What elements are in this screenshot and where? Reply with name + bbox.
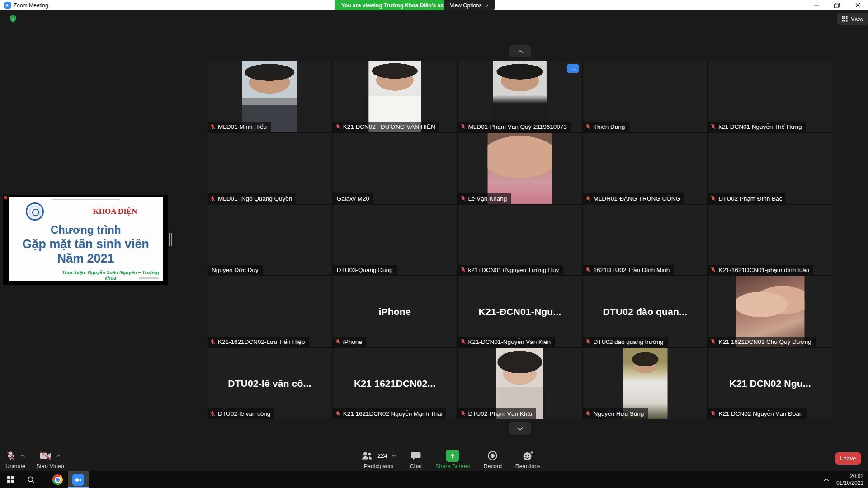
participant-name: k21 DCN01 Nguyễn Thế Hưng [718,123,802,130]
start-video-label: Start Video [36,463,64,469]
participant-tile[interactable]: Lê Vạn Khang [458,133,582,204]
zoom-app-icon [4,2,11,9]
chat-button[interactable]: Chat [410,450,422,469]
participant-tile[interactable]: K21 ĐCN02_ DƯƠNG VĂN HIỀN [333,61,457,132]
participants-caret-icon[interactable] [392,454,396,457]
gallery-previous-page-button[interactable] [509,45,531,57]
participant-tile[interactable]: Nguyễn Hữu Sùng [583,348,707,419]
participant-tile[interactable]: DTU02-lê văn cô... DTU02-lê văn công [208,348,332,419]
participant-name-tag: k21+DCN01+Nguyễn Tường Huy [458,265,563,275]
start-button[interactable] [0,471,21,488]
participant-name: Nguyễn Đức Duy [212,267,259,273]
participant-tile[interactable]: DTU02 đào quan... DTU02 đào quang trường [583,276,707,347]
view-layout-button[interactable]: View [837,13,868,25]
meeting-security-shield-icon[interactable] [9,14,17,25]
participant-tile[interactable]: DTU02 Phạm Đình Bắc [708,133,832,204]
participant-name: K21-1621DCN01-phạm đình tuân [718,267,809,273]
restore-button[interactable] [826,0,847,10]
participant-tile[interactable]: MLD01- Ngô Quang Quyền [208,133,332,204]
participant-gallery: MLĐ01 Minh Hiếu K21 ĐCN02_ DƯƠNG VĂN HIỀ… [208,61,832,419]
app-identity: Zoom Meeting [4,0,48,10]
participant-name-tag: Thiên Đăng [583,122,629,132]
muted-mic-icon [335,124,341,130]
participant-name-tag: K21-1621DCN02-Lưu Tiến Hiệp [208,337,309,347]
participant-tile[interactable]: K21 DCN02 Ngu... K21 DCN02 Nguyễn Văn Đo… [708,348,832,419]
participant-name: K21 1621DCN01 Chu Quý Dương [718,338,811,345]
participant-name: DTU03-Quang Dũng [337,267,393,273]
participant-name: K21-ĐCN01-Nguyễn Văn Kiên [468,338,551,345]
muted-mic-icon [460,267,466,273]
participant-tile[interactable]: DTU02-Phạm Văn Khải [458,348,582,419]
reactions-icon [522,450,534,461]
slide-faculty-name: KHOA ĐIỆN [9,207,163,216]
participant-tile[interactable]: MLĐ01 Minh Hiếu [208,61,332,132]
participant-name: Thiên Đăng [593,123,625,130]
unmute-button[interactable]: Unmute [5,450,25,469]
participant-name-tag: DTU02 Phạm Đình Bắc [708,193,786,204]
close-icon [855,3,860,8]
muted-mic-icon [585,196,591,202]
slide-title-line3: Năm 2021 [9,252,163,266]
participant-tile[interactable]: DTU03-Quang Dũng [333,205,457,276]
muted-mic-icon [460,196,466,202]
participant-tile[interactable]: K21-1621DCN01-phạm đình tuân [708,205,832,276]
participant-tile[interactable]: Nguyễn Đức Duy [208,205,332,276]
participant-tile[interactable]: k21 DCN01 Nguyễn Thế Hưng [708,61,832,132]
participant-tile[interactable]: iPhone iPhone [333,276,457,347]
participant-tile[interactable]: K21-ĐCN01-Ngu... K21-ĐCN01-Nguyễn Văn Ki… [458,276,582,347]
share-screen-icon [446,450,459,462]
mic-options-caret-icon[interactable] [20,454,25,457]
participants-icon [361,450,373,461]
participant-tile[interactable]: Thiên Đăng [583,61,707,132]
participant-tile[interactable]: K21 1621DCN01 Chu Quý Dương [708,276,832,347]
participant-tile[interactable]: MLDH01-ĐẶNG TRUNG CÔNG [583,133,707,204]
tile-more-button[interactable]: ⋯ [567,64,579,73]
close-button[interactable] [847,0,868,10]
record-button[interactable]: Record [484,450,502,469]
tray-expand-icon[interactable] [823,478,829,482]
participant-tile[interactable]: Galaxy M20 [333,133,457,204]
taskbar-search-button[interactable] [21,471,42,488]
gallery-next-page-button[interactable] [509,422,531,435]
chevron-up-icon [517,50,524,53]
view-options-button[interactable]: View Options [444,0,495,10]
minimize-button[interactable] [806,0,826,10]
shared-screen-preview[interactable]: KHOA ĐIỆN Chương trình Gặp mặt tân sinh … [3,195,168,285]
participant-tile[interactable]: k21+DCN01+Nguyễn Tường Huy [458,205,582,276]
participant-name: Nguyễn Hữu Sùng [593,410,644,417]
taskbar-zoom-button[interactable] [68,471,89,488]
participant-name: DTU02 Phạm Đình Bắc [718,195,782,202]
leave-button[interactable]: Leave [835,452,861,465]
participant-name-tag: Nguyễn Hữu Sùng [583,408,648,419]
video-options-caret-icon[interactable] [56,454,61,457]
participant-name-tag: DTU02-Phạm Văn Khải [458,408,536,419]
participant-tile[interactable]: 1621DTU02 Trần Đình Minh [583,205,707,276]
slide-page-indicator [139,277,159,279]
slide-title-line2: Gặp mặt tân sinh viên [9,237,163,251]
chevron-down-icon [517,427,524,431]
participant-name-tag: 1621DTU02 Trần Đình Minh [583,265,674,275]
participant-tile[interactable]: K21 1621DCN02... K21 1621DCN02 Nguyễn Mạ… [333,348,457,419]
participant-name: K21 DCN02 Nguyễn Văn Đoàn [718,410,802,417]
share-screen-button[interactable]: Share Screen [435,450,470,469]
grid-view-icon [842,16,848,22]
participant-name: K21-1621DCN02-Lưu Tiến Hiệp [218,338,305,345]
preview-resize-handle[interactable] [169,233,172,246]
minimize-icon [814,5,819,6]
participant-name-tag: Lê Vạn Khang [458,193,511,204]
taskbar-clock[interactable]: 20:02 01/10/2021 [836,473,863,487]
participants-button[interactable]: 224 Participants [361,450,396,469]
zoom-app-icon [72,474,84,486]
start-video-button[interactable]: Start Video [36,450,64,469]
participant-name: k21+DCN01+Nguyễn Tường Huy [468,267,559,273]
participant-name-tag: MLD01- Ngô Quang Quyền [208,193,296,204]
participant-name-tag: K21-ĐCN01-Nguyễn Văn Kiên [458,337,555,347]
muted-mic-icon [710,411,716,417]
taskbar-chrome-button[interactable] [47,471,68,488]
muted-mic-icon [5,450,16,462]
reactions-button[interactable]: Reactions [515,450,541,469]
participant-name: DTU02-lê văn công [218,410,270,417]
participant-tile[interactable]: K21-1621DCN02-Lưu Tiến Hiệp [208,276,332,347]
participant-tile[interactable]: ⋯ MLĐ01-Phạm Văn Quý-2119610073 [458,61,582,132]
muted-mic-icon [335,411,341,417]
